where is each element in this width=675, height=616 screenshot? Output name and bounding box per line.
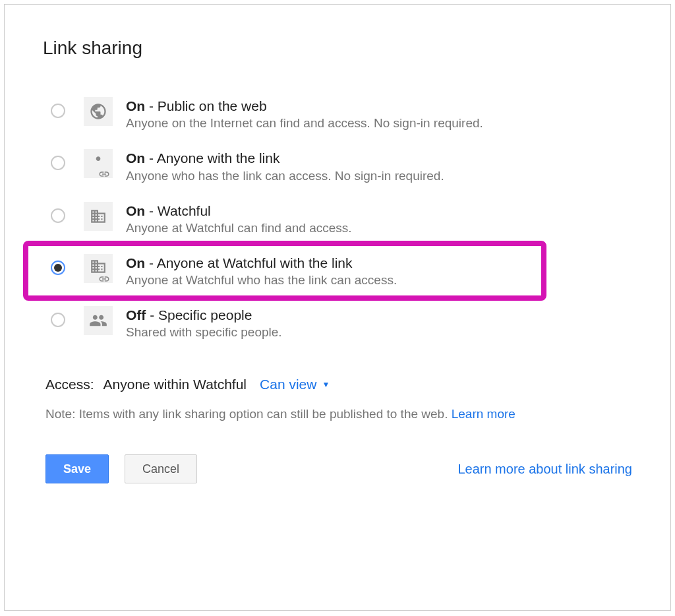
- note-text: Note: Items with any link sharing option…: [45, 407, 632, 421]
- sharing-options-list: On - Public on the web Anyone on the Int…: [43, 88, 632, 349]
- access-permission-dropdown[interactable]: Can view ▼: [260, 377, 330, 392]
- access-label: Access:: [45, 377, 94, 392]
- radio-org[interactable]: [51, 208, 65, 223]
- people-icon: [84, 306, 113, 335]
- building-icon: [84, 202, 113, 231]
- option-text: On - Public on the web Anyone on the Int…: [126, 97, 483, 131]
- link-icon: [98, 171, 110, 177]
- building-link-icon: [84, 254, 113, 283]
- access-row: Access: Anyone within Watchful Can view …: [45, 377, 632, 392]
- option-text: On - Anyone with the link Anyone who has…: [126, 149, 444, 183]
- option-anyone-link[interactable]: On - Anyone with the link Anyone who has…: [43, 140, 632, 192]
- radio-anyone-link[interactable]: [51, 156, 65, 170]
- access-value: Anyone within Watchful: [103, 377, 247, 392]
- chevron-down-icon: ▼: [322, 380, 330, 389]
- radio-public[interactable]: [51, 104, 65, 118]
- save-button[interactable]: Save: [45, 454, 109, 483]
- link-sharing-dialog: Link sharing On - Public on the web Anyo…: [4, 4, 671, 611]
- option-text: On - Anyone at Watchful with the link An…: [126, 254, 397, 288]
- option-specific[interactable]: Off - Specific people Shared with specif…: [43, 297, 632, 349]
- globe-icon: [84, 97, 113, 126]
- learn-more-link-sharing[interactable]: Learn more about link sharing: [457, 462, 632, 477]
- dialog-actions: Save Cancel Learn more about link sharin…: [45, 454, 632, 483]
- option-org-link[interactable]: On - Anyone at Watchful with the link An…: [43, 245, 632, 297]
- learn-more-link[interactable]: Learn more: [452, 407, 515, 421]
- dialog-title: Link sharing: [43, 38, 632, 59]
- option-org[interactable]: On - Watchful Anyone at Watchful can fin…: [43, 193, 632, 245]
- option-text: On - Watchful Anyone at Watchful can fin…: [126, 202, 352, 235]
- radio-specific[interactable]: [51, 313, 65, 327]
- option-public[interactable]: On - Public on the web Anyone on the Int…: [43, 88, 632, 140]
- option-text: Off - Specific people Shared with specif…: [126, 306, 282, 340]
- radio-org-link[interactable]: [51, 261, 65, 275]
- cancel-button[interactable]: Cancel: [125, 454, 197, 483]
- person-link-icon: [84, 149, 113, 178]
- link-icon: [98, 276, 110, 282]
